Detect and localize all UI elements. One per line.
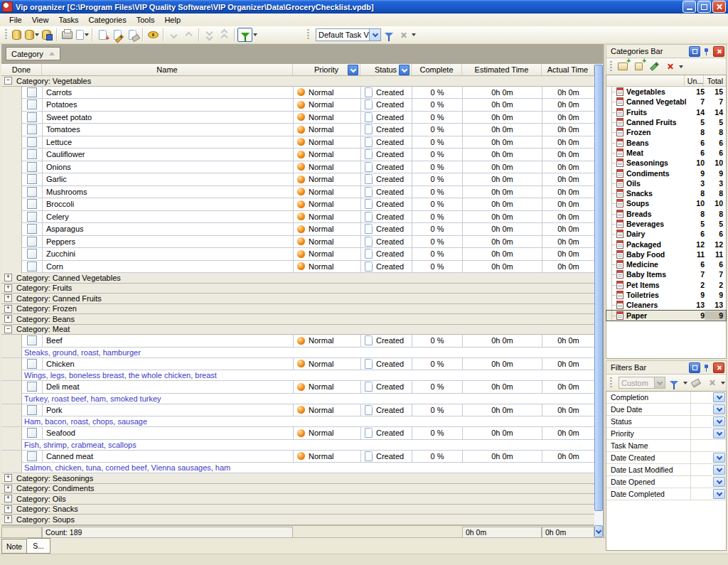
category-group-row[interactable]: −Category: Vegetables [1, 76, 603, 87]
menu-item-categories[interactable]: Categories [84, 15, 132, 25]
save-database-button[interactable] [39, 28, 54, 42]
category-item[interactable]: Dairy66 [606, 229, 726, 239]
uncompleted-column-header[interactable]: Un... [684, 75, 703, 86]
expander-icon[interactable]: − [4, 77, 12, 85]
filter-preset-combo[interactable]: Custom [619, 377, 665, 389]
print-button[interactable] [60, 28, 75, 42]
move-bottom-button[interactable] [202, 28, 217, 42]
filter-dropdown-button[interactable] [713, 392, 725, 402]
category-item[interactable]: Beverages55 [606, 219, 726, 229]
tab-note[interactable]: Note [1, 539, 27, 554]
done-checkbox[interactable] [27, 199, 37, 209]
restore-button[interactable] [697, 1, 711, 13]
expander-icon[interactable]: + [4, 274, 12, 281]
table-row[interactable]: MushroomsNormalCreated0 %0h 0m0h 0m [1, 186, 603, 199]
column-header-status[interactable]: Status [360, 64, 412, 75]
menu-item-view[interactable]: View [27, 15, 54, 25]
toolbar-grip[interactable] [5, 29, 7, 41]
done-checkbox[interactable] [27, 249, 37, 259]
new-category-button[interactable]: + [616, 60, 630, 73]
table-row[interactable]: ChickenNormalCreated0 %0h 0m0h 0m [1, 358, 603, 371]
column-header-done[interactable]: Done [1, 64, 42, 75]
done-checkbox[interactable] [27, 262, 37, 271]
new-database-button[interactable] [9, 28, 24, 42]
combo-dropdown-button[interactable] [369, 29, 380, 41]
table-row[interactable]: PorkNormalCreated0 %0h 0m0h 0m [1, 404, 603, 417]
clear-filter-button[interactable] [689, 377, 703, 389]
table-row[interactable]: OnionsNormalCreated0 %0h 0m0h 0m [1, 161, 603, 174]
combo-dropdown-button[interactable] [654, 377, 665, 388]
category-group-row[interactable]: +Category: Frozen [1, 304, 603, 315]
filter-dropdown-button[interactable] [713, 453, 725, 463]
category-item[interactable]: Beans66 [606, 137, 726, 147]
table-row[interactable]: CauliflowerNormalCreated0 %0h 0m0h 0m [1, 149, 603, 161]
panel-menu-button[interactable] [689, 362, 700, 373]
move-top-button[interactable] [217, 28, 232, 42]
table-row[interactable]: BeefNormalCreated0 %0h 0m0h 0m [1, 335, 603, 348]
category-item[interactable]: Seasonings1010 [606, 158, 726, 168]
done-checkbox[interactable] [27, 359, 37, 369]
table-row[interactable]: TomatoesNormalCreated0 %0h 0m0h 0m [1, 124, 603, 136]
filters-more-dropdown-icon[interactable] [721, 382, 725, 384]
filter-dropdown-button[interactable] [713, 489, 725, 499]
priority-filter-button[interactable] [348, 65, 358, 75]
pin-icon[interactable] [702, 363, 712, 372]
view-options-dropdown-icon[interactable] [412, 33, 416, 36]
category-item[interactable]: Cleaners1313 [606, 300, 726, 310]
done-checkbox[interactable] [27, 149, 37, 159]
category-item[interactable]: Baby Items77 [606, 269, 726, 279]
scrollbar-down-button[interactable] [594, 525, 603, 537]
category-group-row[interactable]: +Category: Snacks [1, 505, 603, 515]
table-row[interactable]: CarrotsNormalCreated0 %0h 0m0h 0m [1, 87, 603, 99]
expander-icon[interactable]: + [4, 495, 12, 502]
table-row[interactable]: SeafoodNormalCreated0 %0h 0m0h 0m [1, 427, 603, 440]
table-row[interactable]: Sweet potatoNormalCreated0 %0h 0m0h 0m [1, 112, 603, 124]
panel-menu-button[interactable] [689, 46, 700, 57]
expander-icon[interactable]: + [4, 485, 12, 493]
menu-item-tasks[interactable]: Tasks [53, 15, 83, 25]
category-group-row[interactable]: +Category: Canned Vegetables [1, 273, 603, 284]
category-group-row[interactable]: +Category: Beans [1, 314, 603, 325]
pin-icon[interactable] [702, 47, 712, 56]
delete-task-button[interactable] [125, 28, 140, 42]
category-group-row[interactable]: −Category: Meat [1, 325, 603, 335]
expander-icon[interactable]: + [4, 474, 12, 482]
categories-more-dropdown-icon[interactable] [679, 65, 683, 68]
done-checkbox[interactable] [27, 405, 37, 415]
done-checkbox[interactable] [27, 99, 37, 109]
open-database-button[interactable] [24, 28, 39, 42]
done-checkbox[interactable] [27, 428, 37, 438]
categories-close-button[interactable] [713, 46, 724, 57]
column-header-actual-time[interactable]: Actual Time [542, 64, 594, 75]
filter-dropdown-icon[interactable] [253, 33, 257, 36]
minimize-button[interactable] [682, 1, 696, 13]
category-item[interactable]: Toiletries99 [606, 290, 726, 300]
filter-dropdown-button[interactable] [713, 404, 725, 414]
close-button[interactable] [712, 1, 726, 13]
vertical-scrollbar[interactable] [594, 64, 603, 537]
table-row[interactable]: AsparagusNormalCreated0 %0h 0m0h 0m [1, 223, 603, 236]
status-filter-button[interactable] [399, 65, 410, 75]
remove-filter-button[interactable] [705, 377, 719, 389]
tab-s[interactable]: S... [27, 538, 50, 554]
done-checkbox[interactable] [27, 451, 37, 461]
new-subcategory-button[interactable]: + [631, 60, 646, 73]
filter-dropdown-button[interactable] [713, 465, 725, 475]
done-checkbox[interactable] [27, 124, 37, 134]
menu-item-file[interactable]: File [4, 15, 27, 25]
task-view-combo[interactable]: Default Task View [316, 28, 381, 41]
category-group-row[interactable]: +Category: Oils [1, 494, 603, 505]
table-row[interactable]: BroccoliNormalCreated0 %0h 0m0h 0m [1, 198, 603, 211]
apply-view-button[interactable] [381, 28, 396, 42]
category-group-row[interactable]: +Category: Fruits [1, 284, 603, 294]
done-checkbox[interactable] [27, 237, 37, 247]
category-item[interactable]: Baby Food1111 [606, 249, 726, 259]
table-row[interactable]: Deli meatNormalCreated0 %0h 0m0h 0m [1, 381, 603, 394]
category-item[interactable]: Condiments99 [606, 168, 726, 178]
category-item[interactable]: Canned Fruits55 [606, 117, 726, 127]
done-checkbox[interactable] [27, 174, 37, 184]
group-by-category-button[interactable]: Category [6, 47, 60, 60]
edit-category-button[interactable] [647, 60, 661, 73]
done-checkbox[interactable] [27, 335, 37, 345]
reset-view-button[interactable] [396, 28, 411, 42]
